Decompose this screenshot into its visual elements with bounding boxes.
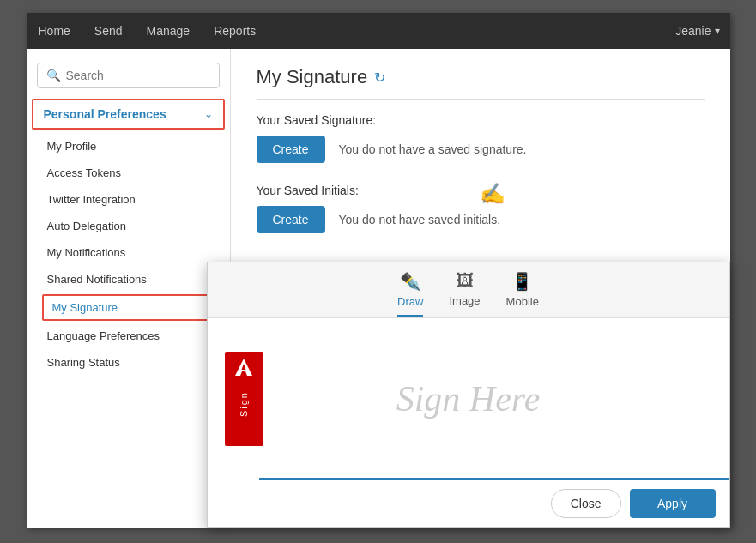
tab-image-label: Image	[449, 294, 480, 307]
sidebar-item-auto-delegation[interactable]: Auto Delegation	[27, 213, 230, 239]
sidebar-item-twitter-integration[interactable]: Twitter Integration	[27, 186, 230, 213]
dialog-body[interactable]: Sign Sign Here	[208, 318, 729, 480]
initials-row: Create You do not have saved initials.	[257, 206, 705, 233]
top-navigation: Home Send Manage Reports Jeanie	[27, 13, 730, 49]
adobe-sign-text: Sign	[239, 391, 249, 417]
user-menu[interactable]: Jeanie	[675, 24, 719, 38]
no-signature-message: You do not have a saved signature.	[339, 142, 527, 156]
content-area: My Signature ↻ Your Saved Signature: Cre…	[231, 49, 730, 528]
tab-draw-label: Draw	[397, 295, 423, 308]
refresh-icon[interactable]: ↻	[374, 69, 385, 86]
sidebar-item-my-notifications[interactable]: My Notifications	[27, 239, 230, 266]
tab-mobile[interactable]: 📱 Mobile	[506, 271, 539, 317]
no-initials-message: You do not have saved initials.	[339, 213, 501, 226]
sidebar-item-sharing-status[interactable]: Sharing Status	[27, 349, 230, 376]
draw-icon: ✒️	[400, 271, 421, 292]
saved-signature-label: Your Saved Signature:	[257, 113, 705, 127]
image-icon: 🖼	[457, 271, 474, 291]
mobile-icon: 📱	[511, 271, 533, 292]
nav-send[interactable]: Send	[93, 21, 124, 41]
nav-home[interactable]: Home	[37, 21, 72, 41]
sign-here-placeholder: Sign Here	[396, 378, 541, 419]
sidebar-item-shared-notifications[interactable]: Shared Notifications	[27, 266, 230, 293]
saved-initials-label: Your Saved Initials:	[257, 184, 705, 197]
nav-manage[interactable]: Manage	[145, 21, 192, 41]
nav-links: Home Send Manage Reports	[37, 21, 258, 41]
search-box[interactable]: 🔍	[37, 63, 220, 88]
sidebar-item-access-tokens[interactable]: Access Tokens	[27, 160, 230, 186]
tab-draw[interactable]: ✒️ Draw	[397, 271, 423, 317]
main-layout: 🔍 Personal Preferences ⌄ My Profile Acce…	[27, 49, 730, 528]
draw-line	[259, 478, 729, 480]
sidebar: 🔍 Personal Preferences ⌄ My Profile Acce…	[27, 49, 231, 528]
search-icon: 🔍	[46, 69, 61, 82]
personal-preferences-section[interactable]: Personal Preferences ⌄	[32, 99, 225, 130]
create-initials-button[interactable]: Create	[257, 206, 325, 233]
apply-button[interactable]: Apply	[630, 489, 716, 518]
page-title: My Signature ↻	[257, 66, 705, 100]
adobe-logo	[232, 357, 256, 386]
dialog-tabs: ✒️ Draw 🖼 Image 📱 Mobile	[208, 262, 729, 318]
close-button[interactable]: Close	[551, 489, 621, 518]
sidebar-items-list: My Profile Access Tokens Twitter Integra…	[27, 133, 230, 376]
section-label: Personal Preferences	[44, 107, 166, 121]
nav-reports[interactable]: Reports	[212, 21, 257, 41]
sidebar-item-my-signature[interactable]: My Signature	[42, 294, 225, 321]
tab-image[interactable]: 🖼 Image	[449, 271, 480, 317]
chevron-up-icon: ⌄	[204, 108, 213, 120]
sidebar-item-language-preferences[interactable]: Language Preferences	[27, 323, 230, 349]
signature-dialog: ✒️ Draw 🖼 Image 📱 Mobile	[207, 262, 730, 528]
create-signature-button[interactable]: Create	[257, 136, 325, 163]
adobe-badge: Sign	[225, 352, 263, 446]
search-input[interactable]	[66, 69, 210, 82]
signature-row: Create You do not have a saved signature…	[257, 136, 705, 163]
tab-mobile-label: Mobile	[506, 295, 539, 308]
dialog-footer: Close Apply	[208, 480, 729, 527]
sidebar-item-my-profile[interactable]: My Profile	[27, 133, 230, 160]
